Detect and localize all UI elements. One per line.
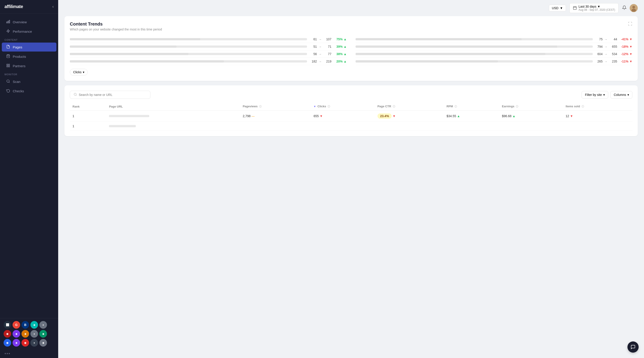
logo: affilimate — [4, 4, 23, 9]
page-url-bar — [109, 115, 149, 117]
partner-icon-p12[interactable]: ◈ — [12, 339, 20, 346]
trend-pct: 20% ▲ — [333, 60, 346, 63]
date-picker-label: Last 30 days ▼ — [579, 5, 615, 8]
sidebar-collapse-button[interactable]: ‹ — [52, 4, 54, 9]
trend-bar — [70, 53, 307, 55]
trend-from: 56 — [309, 52, 317, 56]
more-dots-button[interactable]: ••• — [0, 349, 58, 358]
chat-button[interactable] — [628, 341, 639, 353]
trend-bar — [70, 46, 307, 48]
partner-icon-p15[interactable]: ◆ — [40, 339, 47, 346]
partner-icon-p8[interactable]: ◈ — [22, 330, 29, 338]
content-section-label: CONTENT — [0, 36, 58, 42]
row-earnings: $96.68 ▲ — [499, 111, 563, 122]
columns-label: Columns — [614, 93, 626, 97]
sidebar-item-partners[interactable]: Partners — [2, 61, 56, 70]
trend-pct: -12% ▼ — [619, 52, 632, 56]
date-picker-range: Aug 08 - Sep 07, 2020 (CEST) — [579, 8, 615, 12]
sidebar-item-products[interactable]: Products — [2, 52, 56, 61]
search-input[interactable] — [79, 93, 146, 97]
row-rpm: $34.55 ▲ — [444, 111, 499, 122]
partner-icon-p6[interactable]: ◉ — [4, 330, 11, 338]
sidebar-item-overview[interactable]: Overview — [2, 18, 56, 27]
trend-pct: 75% ▲ — [333, 37, 346, 41]
trend-arrow: → — [319, 52, 322, 56]
trend-bar — [356, 46, 593, 48]
pages-icon — [6, 45, 10, 49]
bell-icon[interactable] — [622, 5, 626, 11]
clicks-trend-icon: ▼ — [320, 114, 323, 118]
items-sold-info-icon: ⓘ — [582, 105, 584, 108]
sidebar-item-products-label: Products — [13, 55, 26, 59]
sidebar-item-checks-label: Checks — [13, 89, 24, 93]
svg-rect-8 — [7, 66, 8, 67]
partner-icon-p7[interactable]: ◆ — [12, 330, 20, 338]
table-body: 1 2,798 — 655 ▼ 23.4% — [70, 111, 632, 131]
sidebar-item-checks[interactable]: Checks — [2, 86, 56, 95]
svg-point-16 — [632, 6, 635, 9]
partner-icon-p10[interactable]: ◆ — [40, 330, 47, 338]
metric-dropdown[interactable]: Clicks ▾ — [70, 69, 88, 76]
trend-to: 71 — [323, 45, 332, 48]
col-items-sold: Items sold ⓘ — [563, 102, 632, 111]
card-title: Content Trends — [70, 22, 162, 27]
metric-dropdown-icon: ▾ — [83, 70, 84, 74]
col-clicks: ▼ Clicks ⓘ — [311, 102, 374, 111]
trend-from: 265 — [594, 60, 602, 63]
partner-icon-amazon[interactable]: 🅰 — [4, 321, 11, 329]
lightning-icon — [6, 29, 10, 34]
filter-label: Filter by site — [585, 93, 602, 97]
page-ctr-badge: 23.4% — [378, 113, 392, 119]
trend-bar — [356, 60, 593, 63]
partner-icon-p4[interactable]: ◈ — [30, 321, 38, 329]
currency-selector[interactable]: USD ▼ — [549, 5, 566, 12]
partner-icon-p14[interactable]: ● — [30, 339, 38, 346]
trend-pct: -18% ▼ — [619, 45, 632, 48]
clicks-info-icon: ⓘ — [328, 105, 330, 108]
partner-icon-booking[interactable]: B — [22, 321, 29, 329]
avatar[interactable] — [630, 4, 638, 12]
svg-marker-3 — [7, 29, 10, 33]
trend-from: 75 — [594, 37, 602, 41]
columns-button[interactable]: Columns ▾ — [610, 91, 632, 99]
search-box[interactable] — [70, 91, 150, 99]
table-row: 1 2,798 — 655 ▼ 23.4% — [70, 111, 632, 122]
scan-icon — [6, 79, 10, 84]
earnings-info-icon: ⓘ — [516, 105, 518, 108]
partner-icon-p5[interactable]: ● — [40, 321, 47, 329]
sidebar-item-pages-label: Pages — [13, 45, 22, 49]
currency-dropdown-icon: ▼ — [560, 6, 563, 10]
trend-row: 75 → 44 -41% ▼ — [356, 36, 632, 43]
svg-rect-5 — [7, 64, 8, 65]
trend-row: 265 → 235 -11% ▼ — [356, 58, 632, 65]
sidebar-item-scan[interactable]: Scan — [2, 77, 56, 86]
row-page-url — [106, 111, 240, 122]
card-subtitle: Which pages on your website changed the … — [70, 28, 162, 31]
partner-icon-p11[interactable]: ◉ — [4, 339, 11, 346]
trend-from: 61 — [309, 37, 317, 41]
filter-by-site-button[interactable]: Filter by site ▾ — [582, 91, 608, 99]
trend-pct: 39% ▲ — [333, 45, 346, 48]
date-dropdown-icon: ▼ — [597, 5, 600, 8]
trend-bar — [356, 53, 593, 55]
partner-icon-google[interactable]: G — [12, 321, 20, 329]
trend-to: 219 — [323, 60, 332, 63]
col-pageviews: Pageviews ⓘ — [240, 102, 311, 111]
trend-pct: -11% ▼ — [619, 60, 632, 63]
row-clicks — [311, 122, 374, 131]
fullscreen-icon[interactable] — [628, 22, 632, 27]
table-toolbar: Filter by site ▾ Columns ▾ — [70, 91, 632, 99]
partner-icon-p9[interactable]: ● — [30, 330, 38, 338]
trend-bar — [356, 38, 593, 40]
card-header: Content Trends Which pages on your websi… — [70, 22, 162, 36]
trend-to: 107 — [323, 37, 332, 41]
sidebar-header: affilimate ‹ — [0, 0, 58, 14]
sidebar-item-performance[interactable]: Performance — [2, 27, 56, 36]
col-rank: Rank — [70, 102, 106, 111]
partner-icon-p13[interactable]: ◉ — [22, 339, 29, 346]
date-picker[interactable]: Last 30 days ▼ Aug 08 - Sep 07, 2020 (CE… — [570, 3, 618, 13]
sidebar-item-pages[interactable]: Pages — [2, 43, 56, 52]
trend-row: 61 → 107 75% ▲ — [70, 36, 346, 43]
trend-row: 794 → 655 -18% ▼ — [356, 43, 632, 50]
trend-row: 56 → 77 38% ▲ — [70, 50, 346, 58]
